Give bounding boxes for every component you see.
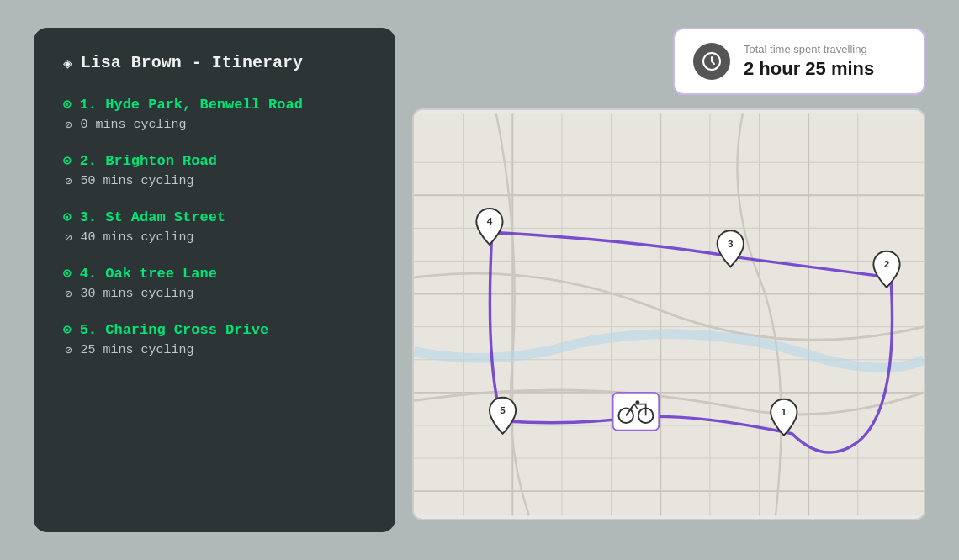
- map-svg: 1 2 3 4: [414, 110, 924, 519]
- travel-time-card: Total time spent travelling 2 hour 25 mi…: [673, 28, 925, 95]
- main-container: ◈ Lisa Brown - Itinerary ⊙ 1. Hyde Park,…: [34, 28, 925, 532]
- panel-title: ◈ Lisa Brown - Itinerary: [63, 53, 366, 72]
- stop-item-1: ⊙ 1. Hyde Park, Benwell Road ⊘ 0 mins cy…: [63, 96, 366, 132]
- itinerary-panel: ◈ Lisa Brown - Itinerary ⊙ 1. Hyde Park,…: [34, 28, 395, 532]
- clock-icon-circle: [693, 43, 730, 80]
- stop-name-4: ⊙ 4. Oak tree Lane: [63, 265, 366, 282]
- stop-item-5: ⊙ 5. Charing Cross Drive ⊘ 25 mins cycli…: [63, 321, 366, 357]
- clock-icon-3: ⊘: [65, 230, 72, 245]
- clock-icon-5: ⊘: [65, 343, 72, 357]
- stop-time-4: ⊘ 30 mins cycling: [63, 287, 366, 301]
- stop-time-3: ⊘ 40 mins cycling: [63, 230, 366, 245]
- map-container: 1 2 3 4: [412, 108, 925, 520]
- panel-title-text: Lisa Brown - Itinerary: [81, 53, 303, 72]
- svg-text:1: 1: [782, 406, 787, 417]
- stops-list: ⊙ 1. Hyde Park, Benwell Road ⊘ 0 mins cy…: [63, 96, 366, 357]
- stop-name-2: ⊙ 2. Brighton Road: [63, 152, 366, 169]
- clock-icon: [702, 51, 722, 71]
- right-section: Total time spent travelling 2 hour 25 mi…: [412, 28, 925, 520]
- stop-time-2: ⊘ 50 mins cycling: [63, 174, 366, 188]
- svg-text:5: 5: [500, 404, 506, 415]
- diamond-icon: ◈: [63, 54, 72, 72]
- travel-label: Total time spent travelling: [744, 43, 874, 55]
- clock-icon-2: ⊘: [65, 174, 72, 188]
- pin-icon-2: ⊙: [63, 152, 72, 169]
- stop-name-1: ⊙ 1. Hyde Park, Benwell Road: [63, 96, 366, 113]
- travel-text-block: Total time spent travelling 2 hour 25 mi…: [744, 43, 874, 80]
- stop-time-5: ⊘ 25 mins cycling: [63, 343, 366, 357]
- pin-icon-1: ⊙: [63, 96, 72, 113]
- pin-icon-4: ⊙: [63, 265, 72, 282]
- pin-icon-5: ⊙: [63, 321, 72, 338]
- stop-time-1: ⊘ 0 mins cycling: [63, 118, 366, 132]
- stop-item-2: ⊙ 2. Brighton Road ⊘ 50 mins cycling: [63, 152, 366, 188]
- pin-icon-3: ⊙: [63, 209, 72, 225]
- stop-item-3: ⊙ 3. St Adam Street ⊘ 40 mins cycling: [63, 209, 366, 245]
- clock-icon-4: ⊘: [65, 287, 72, 301]
- travel-time: 2 hour 25 mins: [744, 58, 874, 80]
- svg-point-25: [635, 400, 639, 404]
- stop-name-5: ⊙ 5. Charing Cross Drive: [63, 321, 366, 338]
- stop-item-4: ⊙ 4. Oak tree Lane ⊘ 30 mins cycling: [63, 265, 366, 301]
- svg-text:2: 2: [884, 258, 890, 269]
- clock-icon-1: ⊘: [65, 118, 72, 132]
- svg-text:4: 4: [487, 215, 493, 226]
- stop-name-3: ⊙ 3. St Adam Street: [63, 209, 366, 225]
- svg-text:3: 3: [728, 238, 734, 249]
